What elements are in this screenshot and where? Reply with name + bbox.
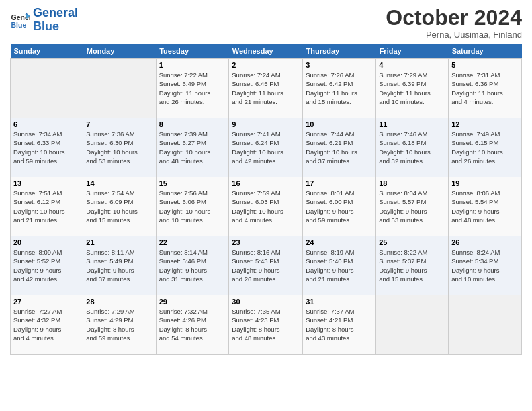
day-number: 3 [306,61,373,69]
day-info: Sunrise: 7:24 AM Sunset: 6:45 PM Dayligh… [232,71,300,106]
calendar-cell: 14Sunrise: 7:54 AM Sunset: 6:09 PM Dayli… [83,177,156,236]
calendar-cell: 17Sunrise: 8:01 AM Sunset: 6:00 PM Dayli… [303,177,376,236]
logo-text: General Blue [33,7,78,34]
day-info: Sunrise: 7:36 AM Sunset: 6:30 PM Dayligh… [86,130,152,165]
weekday-header-monday: Monday [83,44,156,59]
day-info: Sunrise: 7:51 AM Sunset: 6:12 PM Dayligh… [13,189,80,224]
logo-line2: Blue [33,19,59,33]
day-number: 20 [13,238,80,246]
calendar-cell: 13Sunrise: 7:51 AM Sunset: 6:12 PM Dayli… [11,177,83,236]
day-info: Sunrise: 7:54 AM Sunset: 6:09 PM Dayligh… [86,189,152,224]
logo-line1: General [33,6,78,19]
weekday-header-tuesday: Tuesday [156,44,229,59]
day-number: 14 [86,179,152,187]
day-number: 16 [232,179,300,187]
calendar-cell: 19Sunrise: 8:06 AM Sunset: 5:54 PM Dayli… [449,177,522,236]
day-number: 18 [379,179,445,187]
day-number: 17 [306,179,373,187]
day-info: Sunrise: 7:39 AM Sunset: 6:27 PM Dayligh… [159,130,226,165]
day-number: 15 [159,179,226,187]
calendar-cell: 25Sunrise: 8:22 AM Sunset: 5:37 PM Dayli… [376,236,449,295]
calendar-cell: 20Sunrise: 8:09 AM Sunset: 5:52 PM Dayli… [11,236,83,295]
calendar-cell: 8Sunrise: 7:39 AM Sunset: 6:27 PM Daylig… [156,118,229,177]
calendar-cell: 5Sunrise: 7:31 AM Sunset: 6:36 PM Daylig… [449,59,522,118]
calendar-cell [11,59,83,118]
day-info: Sunrise: 8:19 AM Sunset: 5:40 PM Dayligh… [306,248,373,283]
calendar-cell: 16Sunrise: 7:59 AM Sunset: 6:03 PM Dayli… [229,177,303,236]
calendar-cell: 27Sunrise: 7:27 AM Sunset: 4:32 PM Dayli… [11,295,83,355]
calendar-cell: 12Sunrise: 7:49 AM Sunset: 6:15 PM Dayli… [449,118,522,177]
calendar-cell [376,295,449,355]
day-info: Sunrise: 8:04 AM Sunset: 5:57 PM Dayligh… [379,189,445,224]
day-info: Sunrise: 8:24 AM Sunset: 5:34 PM Dayligh… [451,248,519,283]
week-row-4: 20Sunrise: 8:09 AM Sunset: 5:52 PM Dayli… [11,236,522,295]
day-number: 8 [159,120,226,128]
day-number: 24 [306,238,373,246]
week-row-1: 1Sunrise: 7:22 AM Sunset: 6:49 PM Daylig… [11,59,522,118]
day-info: Sunrise: 7:56 AM Sunset: 6:06 PM Dayligh… [159,189,226,224]
calendar-cell: 15Sunrise: 7:56 AM Sunset: 6:06 PM Dayli… [156,177,229,236]
day-info: Sunrise: 7:31 AM Sunset: 6:36 PM Dayligh… [451,71,519,106]
location-subtitle: Perna, Uusimaa, Finland [386,30,522,40]
day-info: Sunrise: 7:46 AM Sunset: 6:18 PM Dayligh… [379,130,445,165]
header: General Blue General Blue October 2024 P… [10,7,522,40]
day-info: Sunrise: 8:16 AM Sunset: 5:43 PM Dayligh… [232,248,300,283]
day-number: 21 [86,238,152,246]
day-info: Sunrise: 7:26 AM Sunset: 6:42 PM Dayligh… [306,71,373,106]
calendar-cell: 26Sunrise: 8:24 AM Sunset: 5:34 PM Dayli… [449,236,522,295]
weekday-header-friday: Friday [376,44,449,59]
day-info: Sunrise: 7:44 AM Sunset: 6:21 PM Dayligh… [306,130,373,165]
calendar-cell: 22Sunrise: 8:14 AM Sunset: 5:46 PM Dayli… [156,236,229,295]
day-number: 23 [232,238,300,246]
weekday-header-row: SundayMondayTuesdayWednesdayThursdayFrid… [11,44,522,59]
day-info: Sunrise: 8:06 AM Sunset: 5:54 PM Dayligh… [451,189,519,224]
logo-icon: General Blue [10,10,30,30]
day-info: Sunrise: 7:29 AM Sunset: 6:39 PM Dayligh… [379,71,445,106]
day-number: 25 [379,238,445,246]
calendar-cell: 3Sunrise: 7:26 AM Sunset: 6:42 PM Daylig… [303,59,376,118]
calendar-table: SundayMondayTuesdayWednesdayThursdayFrid… [10,44,522,355]
month-title: October 2024 [386,7,522,28]
day-number: 22 [159,238,226,246]
day-number: 5 [451,61,519,69]
day-info: Sunrise: 7:37 AM Sunset: 4:21 PM Dayligh… [306,307,373,342]
day-number: 11 [379,120,445,128]
calendar-cell: 24Sunrise: 8:19 AM Sunset: 5:40 PM Dayli… [303,236,376,295]
day-number: 2 [232,61,300,69]
day-number: 26 [451,238,519,246]
calendar-cell: 10Sunrise: 7:44 AM Sunset: 6:21 PM Dayli… [303,118,376,177]
day-number: 6 [13,120,80,128]
calendar-cell: 23Sunrise: 8:16 AM Sunset: 5:43 PM Dayli… [229,236,303,295]
day-info: Sunrise: 7:35 AM Sunset: 4:23 PM Dayligh… [232,307,300,342]
day-number: 28 [86,298,152,306]
day-info: Sunrise: 7:49 AM Sunset: 6:15 PM Dayligh… [451,130,519,165]
day-number: 10 [306,120,373,128]
day-info: Sunrise: 8:09 AM Sunset: 5:52 PM Dayligh… [13,248,80,283]
day-number: 7 [86,120,152,128]
day-number: 12 [451,120,519,128]
calendar-cell: 18Sunrise: 8:04 AM Sunset: 5:57 PM Dayli… [376,177,449,236]
weekday-header-saturday: Saturday [449,44,522,59]
day-number: 9 [232,120,300,128]
title-block: October 2024 Perna, Uusimaa, Finland [386,7,522,40]
calendar-cell: 11Sunrise: 7:46 AM Sunset: 6:18 PM Dayli… [376,118,449,177]
calendar-cell: 28Sunrise: 7:29 AM Sunset: 4:29 PM Dayli… [83,295,156,355]
calendar-cell: 2Sunrise: 7:24 AM Sunset: 6:45 PM Daylig… [229,59,303,118]
day-number: 27 [13,298,80,306]
calendar-cell: 6Sunrise: 7:34 AM Sunset: 6:33 PM Daylig… [11,118,83,177]
day-number: 4 [379,61,445,69]
calendar-cell: 29Sunrise: 7:32 AM Sunset: 4:26 PM Dayli… [156,295,229,355]
day-number: 1 [159,61,226,69]
logo: General Blue General Blue [10,7,78,34]
calendar-cell [83,59,156,118]
day-info: Sunrise: 8:11 AM Sunset: 5:49 PM Dayligh… [86,248,152,283]
main-container: General Blue General Blue October 2024 P… [0,0,532,358]
day-info: Sunrise: 8:22 AM Sunset: 5:37 PM Dayligh… [379,248,445,283]
day-info: Sunrise: 7:59 AM Sunset: 6:03 PM Dayligh… [232,189,300,224]
day-number: 31 [306,298,373,306]
calendar-cell: 4Sunrise: 7:29 AM Sunset: 6:39 PM Daylig… [376,59,449,118]
week-row-3: 13Sunrise: 7:51 AM Sunset: 6:12 PM Dayli… [11,177,522,236]
week-row-2: 6Sunrise: 7:34 AM Sunset: 6:33 PM Daylig… [11,118,522,177]
day-number: 13 [13,179,80,187]
calendar-cell: 9Sunrise: 7:41 AM Sunset: 6:24 PM Daylig… [229,118,303,177]
